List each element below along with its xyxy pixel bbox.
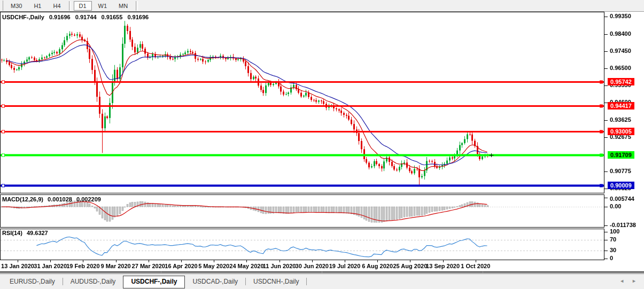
chart-tabs-bar: EURUSD-,Daily AUDUSD-,Daily USDCHF-,Dail…: [0, 274, 644, 289]
tab-usdcad[interactable]: USDCAD-,Daily: [185, 276, 245, 287]
toolbar-separator: [69, 1, 71, 11]
toolbar-separator: [136, 1, 138, 11]
tab-eurusd[interactable]: EURUSD-,Daily: [2, 276, 63, 287]
chart-plot-area[interactable]: [0, 12, 644, 274]
tab-usdcnh[interactable]: USDCNH-,Daily: [246, 276, 306, 287]
timeframe-mn-button[interactable]: MN: [113, 1, 133, 11]
tab-separator: [306, 278, 307, 285]
timeframe-h4-button[interactable]: H4: [48, 1, 66, 11]
toolbar-cropped-button[interactable]: [0, 1, 3, 11]
tab-scroll-right-icon[interactable]: ►: [632, 278, 637, 284]
timeframe-d1-button[interactable]: D1: [74, 1, 92, 11]
tab-scroll-arrows: ◄ ►: [619, 276, 644, 284]
timeframe-w1-button[interactable]: W1: [93, 1, 113, 11]
tab-scroll-left-icon[interactable]: ◄: [619, 278, 624, 284]
tab-audusd[interactable]: AUDUSD-,Daily: [63, 276, 123, 287]
timeframe-toolbar: M30 H1 H4 D1 W1 MN: [0, 0, 644, 12]
timeframe-m30-button[interactable]: M30: [5, 1, 27, 11]
tab-usdchf[interactable]: USDCHF-,Daily: [123, 276, 185, 288]
timeframe-h1-button[interactable]: H1: [28, 1, 46, 11]
